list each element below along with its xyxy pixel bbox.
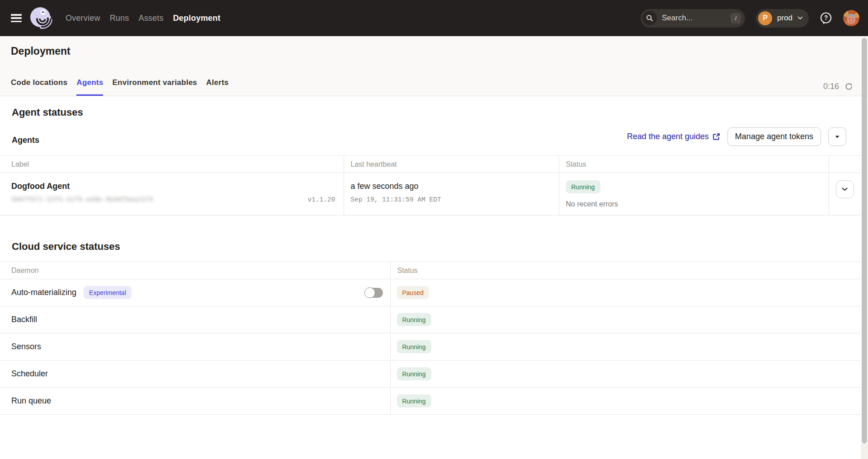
service-status-cell: Running (390, 333, 861, 361)
external-link-icon (712, 133, 720, 141)
search-icon (642, 11, 657, 25)
search-shortcut-key: / (731, 13, 741, 23)
tab-alerts[interactable]: Alerts (206, 78, 229, 96)
services-table-header-row: Daemon Status (0, 262, 861, 279)
dagster-logo[interactable] (29, 6, 52, 30)
service-row-backfill: Backfill Running (0, 306, 861, 333)
agent-expand-button[interactable] (836, 180, 854, 198)
heartbeat-timestamp: Sep 19, 11:31:59 AM EDT (351, 196, 552, 203)
search-placeholder: Search... (662, 14, 731, 23)
column-header-expand (829, 156, 861, 173)
chevron-down-icon (842, 187, 848, 191)
refresh-cluster: 0:16 (823, 82, 853, 91)
daemon-cell: Run queue (0, 388, 390, 415)
agent-status-badge: Running (566, 180, 600, 193)
agents-table: Label Last heartbeat Status Dogfood Agen… (0, 155, 861, 215)
tab-bar: Code locations Agents Environment variab… (11, 78, 868, 96)
service-status-badge: Running (397, 367, 431, 380)
service-status-badge: Running (397, 394, 431, 407)
agent-version: v1.1.20 (308, 196, 335, 203)
main-content: Agent statuses Agents Read the agent gui… (0, 106, 868, 415)
scrollbar (861, 36, 868, 459)
daemon-name: Scheduler (11, 369, 48, 378)
service-status-cell: Paused (390, 279, 861, 306)
page-header: Deployment Code locations Agents Environ… (0, 36, 868, 96)
agent-errors: No recent errors (566, 200, 822, 208)
service-status-badge: Running (397, 313, 431, 326)
manage-agent-tokens-button[interactable]: Manage agent tokens (727, 127, 821, 146)
refresh-countdown: 0:16 (823, 82, 839, 91)
agent-heartbeat-cell: a few seconds ago Sep 19, 11:31:59 AM ED… (344, 173, 559, 215)
deployment-name: prod (777, 14, 793, 23)
scrollbar-thumb[interactable] (862, 38, 867, 444)
help-icon[interactable]: ? (820, 12, 832, 25)
column-header-status: Status (559, 156, 829, 173)
service-row-auto-materializing: Auto-materializing Experimental Paused (0, 279, 861, 306)
service-row-run-queue: Run queue Running (0, 388, 861, 415)
experimental-badge: Experimental (84, 286, 132, 299)
column-header-daemon: Daemon (0, 262, 390, 279)
nav-deployment[interactable]: Deployment (173, 13, 221, 23)
agent-expand-cell (829, 173, 861, 215)
cloud-services-table: Daemon Status Auto-materializing Experim… (0, 262, 861, 415)
agent-name: Dogfood Agent (11, 182, 335, 191)
agent-guides-link-label: Read the agent guides (627, 132, 709, 141)
agents-toolbar: Agents Read the agent guides Manage agen… (12, 127, 846, 146)
agent-label-cell: Dogfood Agent 5807f071-22f6-41f9-a30b-9b… (0, 173, 344, 215)
column-header-label: Label (0, 156, 344, 173)
service-status-badge: Running (397, 340, 431, 353)
service-status-cell: Running (390, 388, 861, 415)
nav-runs[interactable]: Runs (110, 13, 129, 23)
deployment-switcher[interactable]: P prod (756, 9, 809, 28)
cloud-service-statuses-heading: Cloud service statuses (12, 240, 868, 253)
daemon-name: Auto-materializing (11, 288, 76, 297)
nav-assets[interactable]: Assets (138, 13, 163, 23)
agent-guides-link[interactable]: Read the agent guides (627, 132, 720, 141)
top-navigation-bar: Overview Runs Assets Deployment Search..… (0, 0, 868, 36)
agents-table-header-row: Label Last heartbeat Status (0, 156, 861, 173)
menu-icon[interactable] (11, 13, 22, 23)
search-input[interactable]: Search... / (641, 9, 745, 28)
caret-down-icon (835, 136, 840, 138)
daemon-name: Sensors (11, 342, 41, 351)
service-status-badge: Paused (397, 286, 429, 299)
refresh-icon[interactable] (845, 83, 853, 90)
service-status-cell: Running (390, 306, 861, 333)
tab-environment-variables[interactable]: Environment variables (112, 78, 197, 96)
agent-id-redacted: 5807f071-22f6-41f9-a30b-9b90f0aa2379 (11, 196, 153, 203)
chevron-down-icon (797, 16, 803, 20)
daemon-cell: Scheduler (0, 361, 390, 388)
column-header-service-status: Status (390, 262, 861, 279)
primary-nav: Overview Runs Assets Deployment (66, 13, 221, 23)
page-title: Deployment (11, 45, 868, 57)
user-avatar[interactable] (843, 10, 859, 26)
svg-text:?: ? (824, 14, 828, 21)
service-status-cell: Running (390, 361, 861, 388)
deployment-initial-badge: P (758, 11, 772, 25)
daemon-cell: Sensors (0, 333, 390, 361)
agents-actions: Read the agent guides Manage agent token… (627, 127, 846, 146)
topbar-right-cluster: Search... / P prod ? (641, 9, 859, 28)
scrollbar-track (861, 444, 868, 459)
agents-subheading: Agents (12, 136, 39, 145)
daemon-name: Backfill (11, 315, 37, 324)
daemon-cell: Backfill (0, 306, 390, 333)
service-row-sensors: Sensors Running (0, 333, 861, 361)
column-header-heartbeat: Last heartbeat (344, 156, 559, 173)
agent-row: Dogfood Agent 5807f071-22f6-41f9-a30b-9b… (0, 173, 861, 215)
service-row-scheduler: Scheduler Running (0, 361, 861, 388)
daemon-name: Run queue (11, 396, 51, 405)
agent-statuses-heading: Agent statuses (12, 106, 868, 118)
daemon-cell: Auto-materializing Experimental (0, 279, 390, 306)
heartbeat-relative: a few seconds ago (351, 182, 552, 191)
nav-overview[interactable]: Overview (66, 13, 100, 23)
auto-materializing-toggle[interactable] (365, 288, 383, 298)
tab-code-locations[interactable]: Code locations (11, 78, 67, 96)
agent-status-cell: Running No recent errors (559, 173, 829, 215)
agent-tokens-menu-button[interactable] (828, 127, 846, 146)
tab-agents[interactable]: Agents (76, 78, 103, 96)
